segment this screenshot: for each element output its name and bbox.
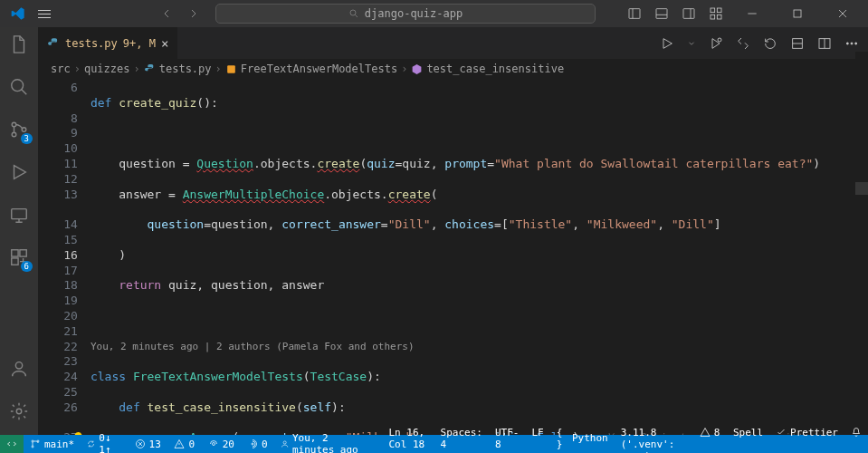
search-icon bbox=[348, 8, 359, 19]
nav-forward-icon[interactable] bbox=[186, 6, 201, 21]
status-bar: main* 0↓ 1↑ 13 0 20 0 You, 2 minutes ago… bbox=[0, 435, 868, 453]
activity-bar: 3 6 bbox=[0, 27, 38, 435]
language-mode[interactable]: { } Python bbox=[550, 427, 615, 450]
run-icon[interactable] bbox=[660, 36, 674, 51]
svg-rect-1 bbox=[629, 9, 640, 19]
codelens[interactable]: You, 2 minutes ago | 2 authors (Pamela F… bbox=[91, 340, 868, 355]
symbol-class-icon bbox=[225, 63, 237, 75]
notifications-button[interactable] bbox=[844, 427, 868, 438]
minimap[interactable] bbox=[855, 52, 868, 435]
code-editor[interactable]: 68910111213 14151617181920212223242526 2… bbox=[38, 79, 868, 435]
breadcrumb-item[interactable]: test_case_insensitive bbox=[426, 63, 564, 75]
line-gutter: 68910111213 14151617181920212223242526 2… bbox=[38, 79, 91, 435]
open-preview-icon[interactable] bbox=[790, 36, 805, 51]
svg-point-19 bbox=[718, 38, 721, 42]
indentation[interactable]: Spaces: 4 bbox=[434, 427, 489, 450]
more-actions-icon[interactable] bbox=[844, 36, 859, 51]
scm-view-button[interactable]: 3 bbox=[9, 120, 29, 142]
remote-view-button[interactable] bbox=[9, 205, 29, 227]
remote-indicator[interactable] bbox=[0, 435, 24, 453]
chevron-down-icon[interactable] bbox=[687, 36, 696, 51]
svg-rect-5 bbox=[717, 8, 721, 13]
svg-point-11 bbox=[12, 132, 16, 137]
scm-badge: 3 bbox=[21, 133, 33, 144]
revert-icon[interactable] bbox=[763, 36, 777, 51]
svg-rect-13 bbox=[12, 209, 27, 219]
svg-rect-4 bbox=[711, 8, 715, 13]
code-area[interactable]: def create_quiz(): question = Question.o… bbox=[91, 79, 868, 435]
svg-rect-7 bbox=[717, 14, 721, 19]
svg-rect-16 bbox=[12, 258, 18, 265]
tab-close-button[interactable]: × bbox=[161, 36, 168, 51]
breadcrumb-item[interactable]: src bbox=[51, 63, 71, 75]
svg-rect-15 bbox=[20, 250, 26, 256]
breadcrumb-item[interactable]: FreeTextAnswerModelTests bbox=[241, 63, 397, 75]
layout-sidebar-left-icon[interactable] bbox=[627, 6, 642, 21]
split-editor-icon[interactable] bbox=[817, 36, 832, 51]
svg-point-30 bbox=[212, 443, 215, 446]
run-debug-view-button[interactable] bbox=[9, 162, 29, 185]
nav-back-icon[interactable] bbox=[159, 6, 174, 21]
svg-point-31 bbox=[252, 443, 253, 445]
settings-button[interactable] bbox=[9, 401, 29, 424]
tab-bar: tests.py 9+, M × bbox=[38, 27, 868, 59]
svg-point-10 bbox=[12, 122, 16, 127]
testing-badge: 6 bbox=[21, 261, 33, 272]
spell-checker[interactable]: 8 Spell bbox=[693, 427, 769, 439]
customize-layout-icon[interactable] bbox=[709, 6, 723, 21]
problems[interactable]: 13 0 20 bbox=[129, 435, 241, 453]
svg-point-17 bbox=[15, 362, 22, 369]
svg-rect-6 bbox=[711, 14, 715, 19]
encoding[interactable]: UTF-8 bbox=[489, 427, 526, 450]
blame-status[interactable]: You, 2 minutes ago bbox=[274, 435, 383, 453]
svg-point-27 bbox=[32, 446, 33, 448]
breadcrumb-item[interactable]: quizzes bbox=[84, 63, 130, 75]
svg-rect-25 bbox=[227, 65, 235, 73]
cursor-position[interactable]: Ln 16, Col 18 bbox=[382, 427, 434, 450]
svg-point-9 bbox=[12, 80, 24, 92]
svg-point-18 bbox=[16, 409, 22, 414]
close-window-button[interactable] bbox=[826, 6, 859, 21]
python-file-icon bbox=[47, 37, 60, 50]
breadcrumb-item[interactable]: tests.py bbox=[159, 63, 212, 75]
compare-icon[interactable] bbox=[736, 36, 750, 51]
git-branch[interactable]: main* bbox=[24, 435, 81, 453]
prettier-status[interactable]: Prettier bbox=[769, 427, 844, 439]
svg-rect-2 bbox=[656, 9, 667, 19]
command-center-text: django-quiz-app bbox=[365, 7, 463, 20]
minimap-slider[interactable] bbox=[855, 182, 868, 195]
svg-point-32 bbox=[283, 441, 286, 444]
python-interpreter[interactable]: 3.11.8 ('.venv': venv) bbox=[615, 427, 693, 454]
testing-view-button[interactable]: 6 bbox=[9, 247, 29, 270]
svg-rect-8 bbox=[794, 10, 801, 17]
command-center-search[interactable]: django-quiz-app bbox=[215, 4, 596, 24]
tab-tests-py[interactable]: tests.py 9+, M × bbox=[38, 27, 178, 59]
svg-point-26 bbox=[32, 440, 33, 442]
explorer-view-button[interactable] bbox=[9, 34, 29, 57]
git-sync[interactable]: 0↓ 1↑ bbox=[81, 435, 128, 453]
svg-point-23 bbox=[851, 43, 853, 44]
python-file-icon bbox=[144, 63, 156, 75]
svg-point-24 bbox=[855, 43, 857, 44]
minimize-button[interactable] bbox=[736, 6, 768, 21]
svg-rect-14 bbox=[12, 250, 18, 256]
vscode-logo-icon bbox=[11, 6, 25, 21]
tab-status: 9+, M bbox=[123, 37, 156, 50]
layout-sidebar-right-icon[interactable] bbox=[682, 6, 696, 21]
breadcrumb[interactable]: src› quizzes› tests.py› FreeTextAnswerMo… bbox=[38, 59, 868, 79]
debug-run-icon[interactable] bbox=[709, 36, 723, 51]
svg-rect-3 bbox=[683, 9, 694, 19]
title-bar: django-quiz-app bbox=[0, 0, 868, 27]
svg-point-0 bbox=[350, 10, 356, 15]
svg-point-22 bbox=[846, 43, 848, 44]
menu-button[interactable] bbox=[38, 7, 51, 21]
search-view-button[interactable] bbox=[9, 77, 29, 100]
symbol-method-icon bbox=[411, 63, 423, 75]
live-share[interactable]: 0 bbox=[241, 435, 274, 453]
maximize-button[interactable] bbox=[781, 6, 814, 21]
eol[interactable]: LF bbox=[525, 427, 549, 439]
accounts-button[interactable] bbox=[9, 359, 29, 381]
tab-filename: tests.py bbox=[65, 37, 118, 50]
layout-panel-icon[interactable] bbox=[654, 6, 669, 21]
